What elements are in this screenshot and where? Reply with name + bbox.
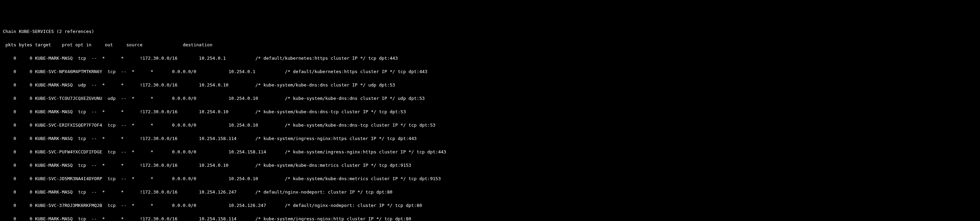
table-row: 0 0 KUBE-SVC-ERIFXISQEP7F7OF4 tcp -- * *…: [0, 122, 980, 129]
table-row: 0 0 KUBE-MARK-MASQ tcp -- * * !172.30.0.…: [0, 108, 980, 115]
table-row: 0 0 KUBE-MARK-MASQ tcp -- * * !172.30.0.…: [0, 189, 980, 196]
table-row: 0 0 KUBE-MARK-MASQ tcp -- * * !172.30.0.…: [0, 135, 980, 142]
chain-header: Chain KUBE-SERVICES (2 references): [0, 28, 980, 35]
table-row: 0 0 KUBE-SVC-NPX46M4PTMTKRN6Y tcp -- * *…: [0, 68, 980, 75]
table-row: 0 0 KUBE-MARK-MASQ udp -- * * !172.30.0.…: [0, 82, 980, 89]
table-row: 0 0 KUBE-SVC-JD5MR3NA4I4DYORP tcp -- * *…: [0, 175, 980, 182]
table-row: 0 0 KUBE-MARK-MASQ tcp -- * * !172.30.0.…: [0, 216, 980, 221]
table-row: 0 0 KUBE-SVC-PUFW4YXCCDFIFDGE tcp -- * *…: [0, 149, 980, 156]
table-row: 0 0 KUBE-SVC-TCOU7JCQXEZGVUNU udp -- * *…: [0, 95, 980, 102]
table-row: 0 0 KUBE-MARK-MASQ tcp -- * * !172.30.0.…: [0, 55, 980, 62]
table-row: 0 0 KUBE-SVC-37ROJ3MK6RKFMQ2B tcp -- * *…: [0, 202, 980, 209]
columns-header: pkts bytes target prot opt in out source…: [0, 41, 980, 48]
table-row: 0 0 KUBE-MARK-MASQ tcp -- * * !172.30.0.…: [0, 162, 980, 169]
